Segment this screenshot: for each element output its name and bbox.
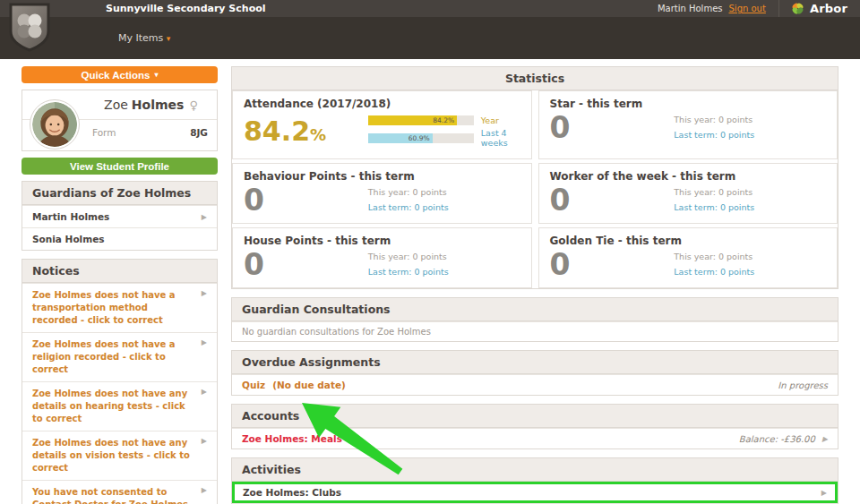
- notice-text: Zoe Holmes does not have a transportatio…: [32, 289, 194, 327]
- statistics-title: Statistics: [232, 67, 838, 90]
- assignment-name: Quiz: [242, 380, 265, 390]
- attendance-value: 84.2%: [244, 117, 368, 146]
- worker-this-year: This year: 0 points: [674, 185, 754, 200]
- notices-title: Notices: [22, 260, 217, 283]
- account-balance-wrap: Balance: -£36.00 ▶: [739, 434, 828, 444]
- accounts-title: Accounts: [232, 405, 838, 428]
- student-first-name: Zoe: [104, 98, 128, 112]
- header-right: Martin Holmes Sign out Arbor: [658, 0, 860, 17]
- student-avatar[interactable]: [30, 99, 80, 149]
- chevron-right-icon: ▶: [194, 213, 207, 221]
- quick-actions-button[interactable]: Quick Actions ▾: [22, 66, 218, 83]
- guardian-consultations-panel: Guardian Consultations No guardian consu…: [231, 297, 838, 342]
- bar-track: 60.9%: [368, 133, 474, 143]
- behaviour-value: 0: [244, 185, 368, 215]
- school-shield-logo[interactable]: [9, 3, 50, 53]
- school-name: Sunnyville Secondary School: [106, 3, 266, 14]
- attendance-bars: 84.2% Year 60.9%: [368, 113, 520, 150]
- year-bar-label: 84.2%: [433, 116, 457, 124]
- arbor-brand-text: Arbor: [810, 2, 847, 15]
- account-balance: Balance: -£36.00: [739, 434, 815, 444]
- arbor-logo-icon: [790, 1, 805, 16]
- chevron-right-icon: ▶: [194, 437, 207, 445]
- notice-text: Zoe Holmes does not have any details on …: [32, 388, 194, 425]
- star-card: Star - this term 0 This year: 0 points L…: [538, 90, 838, 159]
- chevron-right-icon: ▶: [194, 388, 207, 396]
- guardians-title: Guardians of Zoe Holmes: [22, 182, 217, 205]
- worker-of-week-card: Worker of the week - this term 0 This ye…: [538, 163, 838, 224]
- sidebar: Quick Actions ▾: [22, 66, 218, 504]
- caret-down-icon: ▾: [154, 71, 158, 79]
- bar-track: 84.2%: [368, 115, 474, 125]
- guardian-consultations-empty-text: No guardian consultations for Zoe Holmes: [242, 327, 431, 337]
- golden-tie-title: Golden Tie - this term: [550, 235, 827, 247]
- main-panel: Statistics Attendance (2017/2018) 84.2%: [231, 66, 838, 504]
- form-label: Form: [92, 127, 116, 138]
- account-row-meals[interactable]: Zoe Holmes: Meals Balance: -£36.00 ▶: [232, 428, 838, 448]
- worker-last-term-link[interactable]: Last term: 0 points: [674, 201, 754, 215]
- house-points-card: House Points - this term 0 This year: 0 …: [232, 227, 532, 288]
- current-user-name: Martin Holmes: [658, 4, 723, 13]
- nav-bar: My Items ▾: [0, 17, 860, 59]
- view-student-profile-label: View Student Profile: [70, 161, 169, 172]
- attendance-card: Attendance (2017/2018) 84.2% 84.2%: [232, 90, 532, 159]
- attendance-4weeks-bar: 60.9% Last 4 weeks: [368, 128, 520, 148]
- form-value: 8JG: [190, 127, 208, 138]
- notice-religion[interactable]: Zoe Holmes does not have a religion reco…: [22, 332, 217, 381]
- notice-contact-doctor[interactable]: You have not consented to Contact Doctor…: [22, 480, 217, 504]
- guardian-row-sonia[interactable]: Sonia Holmes: [22, 227, 217, 250]
- guardians-panel: Guardians of Zoe Holmes Martin Holmes ▶ …: [22, 181, 218, 251]
- student-card: Zoe Holmes ♀ Form 8JG: [22, 90, 218, 151]
- my-items-menu[interactable]: My Items ▾: [118, 32, 170, 44]
- guardian-row-martin[interactable]: Martin Holmes ▶: [22, 205, 217, 227]
- golden-tie-last-term-link[interactable]: Last term: 0 points: [674, 265, 754, 279]
- notice-text: Zoe Holmes does not have any details on …: [32, 437, 194, 474]
- attendance-year-bar: 84.2% Year: [368, 115, 520, 125]
- activity-row-clubs[interactable]: Zoe Holmes: Clubs ▶: [232, 482, 838, 503]
- statistics-grid: Attendance (2017/2018) 84.2% 84.2%: [232, 90, 838, 288]
- notice-hearing-tests[interactable]: Zoe Holmes does not have any details on …: [22, 381, 217, 431]
- star-last-term-link[interactable]: Last term: 0 points: [674, 128, 754, 142]
- star-this-year: This year: 0 points: [674, 113, 754, 127]
- assignment-row-quiz[interactable]: Quiz (No due date) In progress: [232, 374, 838, 395]
- chevron-right-icon: ▶: [194, 289, 207, 297]
- house-title: House Points - this term: [244, 235, 520, 247]
- student-last-name: Holmes: [132, 98, 185, 112]
- worker-title: Worker of the week - this term: [550, 170, 827, 183]
- guardian-consultations-empty-row: No guardian consultations for Zoe Holmes: [232, 321, 838, 341]
- golden-tie-card: Golden Tie - this term 0 This year: 0 po…: [538, 227, 838, 288]
- year-legend: Year: [481, 115, 499, 125]
- year-bar-fill: 84.2%: [368, 115, 457, 125]
- assignment-status: In progress: [778, 380, 828, 390]
- guardian-name: Martin Holmes: [32, 211, 109, 222]
- chevron-right-icon: ▶: [815, 435, 828, 443]
- chevron-right-icon: ▶: [194, 338, 207, 346]
- arbor-brand[interactable]: Arbor: [779, 1, 860, 16]
- golden-tie-this-year: This year: 0 points: [674, 250, 754, 264]
- accounts-panel: Accounts Zoe Holmes: Meals Balance: -£36…: [231, 404, 838, 449]
- notice-text: Zoe Holmes does not have a religion reco…: [32, 338, 194, 376]
- assignment-due-date: (No due date): [272, 380, 346, 390]
- notices-panel: Notices Zoe Holmes does not have a trans…: [22, 259, 218, 504]
- clubs-label: Zoe Holmes: Clubs: [243, 487, 341, 498]
- behaviour-points-card: Behaviour Points - this term 0 This year…: [232, 163, 532, 224]
- star-value: 0: [550, 113, 675, 142]
- view-student-profile-button[interactable]: View Student Profile: [22, 158, 218, 175]
- chevron-right-icon: ▶: [814, 489, 827, 497]
- behaviour-this-year: This year: 0 points: [368, 185, 449, 200]
- last4weeks-bar-label: 60.9%: [408, 134, 433, 142]
- chevron-right-icon: ▶: [194, 486, 207, 494]
- statistics-panel: Statistics Attendance (2017/2018) 84.2%: [231, 66, 838, 289]
- caret-down-icon: ▾: [167, 34, 171, 43]
- behaviour-last-term-link[interactable]: Last term: 0 points: [368, 201, 449, 215]
- notice-transportation[interactable]: Zoe Holmes does not have a transportatio…: [22, 283, 217, 332]
- house-last-term-link[interactable]: Last term: 0 points: [368, 265, 449, 279]
- activities-title: Activities: [232, 458, 838, 482]
- golden-tie-value: 0: [550, 250, 675, 279]
- page-content: Quick Actions ▾: [0, 59, 860, 504]
- guardian-name: Sonia Holmes: [32, 234, 105, 244]
- overdue-assignments-panel: Overdue Assignments Quiz (No due date) I…: [231, 350, 838, 396]
- notice-vision-tests[interactable]: Zoe Holmes does not have any details on …: [22, 431, 217, 480]
- star-title: Star - this term: [550, 98, 827, 110]
- signout-link[interactable]: Sign out: [729, 4, 766, 13]
